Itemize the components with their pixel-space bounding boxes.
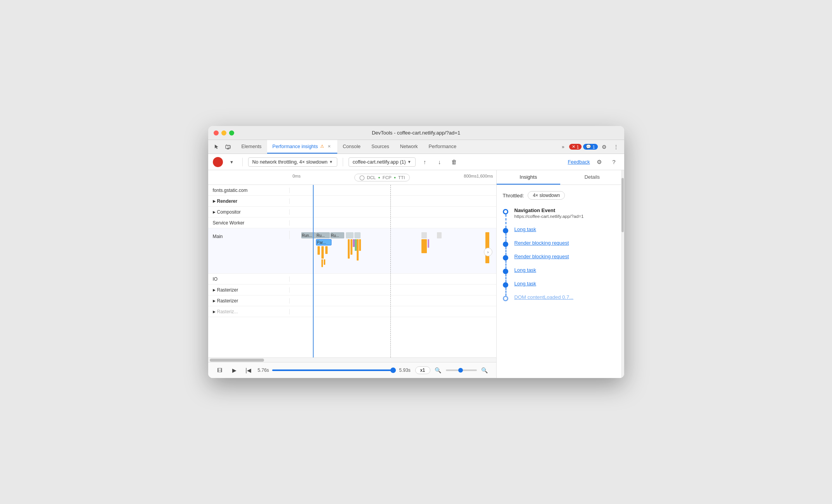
flame-yellow-2[interactable] bbox=[321, 246, 324, 259]
message-badge[interactable]: 💬 1 bbox=[583, 144, 597, 150]
time-slider[interactable] bbox=[272, 369, 396, 371]
zoom-value[interactable]: x1 bbox=[415, 366, 430, 374]
error-badge[interactable]: ✕ 1 bbox=[569, 144, 582, 150]
scrollbar-thumb[interactable] bbox=[210, 359, 264, 362]
flame-mid-4[interactable] bbox=[355, 239, 357, 251]
timeline-item-dom-content: DOM contentLoaded 0.7... bbox=[514, 294, 618, 300]
divider bbox=[242, 158, 243, 166]
device-icon[interactable] bbox=[223, 142, 233, 152]
settings-icon[interactable]: ⚙ bbox=[599, 142, 609, 152]
tab-performance-insights[interactable]: Performance insights ⚠ ✕ bbox=[267, 140, 337, 154]
tab-console[interactable]: Console bbox=[337, 140, 366, 154]
zoom-in-icon[interactable]: 🔍 bbox=[479, 365, 490, 376]
dom-content-link[interactable]: DOM contentLoaded 0.7... bbox=[514, 294, 573, 300]
upload-icon[interactable]: ↑ bbox=[419, 157, 430, 167]
tab-bar-right: » ✕ 1 💬 1 ⚙ ⋮ bbox=[558, 140, 621, 154]
flame-run-1[interactable]: Run... bbox=[301, 232, 316, 238]
track-label-rasterizer1[interactable]: ▶ Rasterizer bbox=[208, 287, 290, 293]
tab-close-icon[interactable]: ✕ bbox=[326, 144, 332, 149]
maximize-button[interactable] bbox=[229, 130, 234, 135]
throttle-label: Throttled: bbox=[503, 193, 524, 198]
right-panel-scrollbar[interactable] bbox=[621, 170, 624, 378]
tab-performance[interactable]: Performance bbox=[423, 140, 462, 154]
download-icon[interactable]: ↓ bbox=[434, 157, 445, 167]
target-dropdown[interactable]: coffee-cart.netlify.app (1) ▼ bbox=[349, 157, 416, 167]
play-button[interactable]: ▶ bbox=[230, 366, 239, 375]
tab-details[interactable]: Details bbox=[560, 170, 624, 185]
flame-right-4[interactable] bbox=[437, 232, 442, 238]
flame-mid-5[interactable] bbox=[357, 239, 359, 261]
divider2 bbox=[343, 158, 343, 166]
tab-insights[interactable]: Insights bbox=[497, 170, 561, 185]
track-content-main[interactable]: Run... Ru... Ru... Par... bbox=[290, 231, 496, 273]
flame-right-1[interactable] bbox=[421, 232, 427, 238]
track-row-rasterizer1: ▶ Rasterizer bbox=[208, 285, 496, 295]
right-panel-content[interactable]: Throttled: 4× slowdown Navigation Event … bbox=[497, 185, 624, 378]
flame-right-2[interactable] bbox=[421, 239, 427, 253]
record-dropdown-icon[interactable]: ▼ bbox=[227, 157, 237, 167]
cursor-icon[interactable] bbox=[211, 142, 221, 152]
flame-mid-6[interactable] bbox=[359, 239, 361, 251]
track-label-renderer[interactable]: ▶ Renderer bbox=[208, 198, 290, 204]
more-tabs-icon[interactable]: » bbox=[558, 142, 568, 152]
zoom-slider[interactable] bbox=[446, 369, 477, 371]
dcl-label: DCL bbox=[367, 175, 376, 180]
gear-icon[interactable]: ⚙ bbox=[594, 157, 605, 167]
delete-icon[interactable]: 🗑 bbox=[449, 157, 460, 167]
help-icon[interactable]: ? bbox=[609, 157, 620, 167]
screenshot-icon[interactable]: 🎞 bbox=[214, 365, 225, 376]
flame-run-3[interactable]: Ru... bbox=[330, 232, 344, 238]
flame-yellow-4[interactable] bbox=[321, 259, 323, 267]
insights-timeline: Navigation Event https://coffee-cart.net… bbox=[503, 207, 618, 308]
tab-sources[interactable]: Sources bbox=[366, 140, 395, 154]
timeline-line-1 bbox=[506, 233, 506, 242]
svg-rect-1 bbox=[227, 148, 229, 149]
chevron-down-icon2: ▼ bbox=[407, 160, 411, 164]
fcp-label: FCP bbox=[383, 175, 392, 180]
flame-mid-3[interactable] bbox=[353, 239, 355, 247]
flame-par[interactable]: Par... bbox=[316, 239, 331, 245]
close-button[interactable] bbox=[214, 130, 219, 135]
tracks-container[interactable]: fonts.gstatic.com ▶ Renderer ▶ bbox=[208, 185, 496, 357]
flame-yellow-3[interactable] bbox=[325, 246, 328, 254]
render-blocking-1-link[interactable]: Render blocking request bbox=[514, 240, 569, 246]
flame-right-3[interactable] bbox=[428, 239, 429, 248]
long-task-2-link[interactable]: Long task bbox=[514, 267, 536, 273]
timeline-line-4 bbox=[506, 274, 506, 282]
throttle-dropdown[interactable]: No network throttling, 4× slowdown ▼ bbox=[248, 157, 337, 167]
long-task-3-link[interactable]: Long task bbox=[514, 281, 536, 287]
tab-elements[interactable]: Elements bbox=[236, 140, 267, 154]
zoom-out-icon[interactable]: 🔍 bbox=[433, 365, 444, 376]
timeline-item-render-blocking-1: Render blocking request bbox=[514, 240, 618, 246]
timeline-dot-nav bbox=[503, 209, 508, 214]
long-task-1-link[interactable]: Long task bbox=[514, 226, 536, 232]
track-label-rasterizer3[interactable]: ▶ Rasteriz... bbox=[208, 309, 290, 314]
flame-mid-1[interactable] bbox=[348, 239, 350, 259]
expand-right-button[interactable]: › bbox=[484, 248, 492, 256]
flame-mid-2[interactable] bbox=[350, 239, 352, 255]
render-blocking-2-link[interactable]: Render blocking request bbox=[514, 254, 569, 259]
flame-block-2[interactable] bbox=[354, 232, 361, 238]
time-slider-thumb[interactable] bbox=[390, 368, 396, 373]
horizontal-scrollbar[interactable] bbox=[208, 357, 496, 362]
throttle-badge[interactable]: 4× slowdown bbox=[528, 191, 565, 200]
flame-yellow-1[interactable] bbox=[318, 246, 320, 255]
timeline-dot-4 bbox=[503, 269, 508, 274]
record-button[interactable] bbox=[213, 157, 223, 167]
skip-to-start-button[interactable]: |◀ bbox=[244, 366, 253, 375]
track-row-compositor: ▶ Compositor bbox=[208, 207, 496, 217]
zoom-thumb[interactable] bbox=[458, 368, 463, 373]
time-end: 5.93s bbox=[399, 368, 410, 373]
track-label-rasterizer2[interactable]: ▶ Rasterizer bbox=[208, 298, 290, 304]
more-options-icon[interactable]: ⋮ bbox=[611, 142, 621, 152]
timeline-item-long-task-2: Long task bbox=[514, 267, 618, 273]
tab-network[interactable]: Network bbox=[395, 140, 423, 154]
flame-block-1[interactable] bbox=[346, 232, 354, 238]
time-range: 5.76s 5.93s bbox=[258, 368, 411, 373]
flame-run-2[interactable]: Ru... bbox=[316, 232, 330, 238]
minimize-button[interactable] bbox=[221, 130, 226, 135]
track-label-compositor[interactable]: ▶ Compositor bbox=[208, 209, 290, 215]
feedback-link[interactable]: Feedback bbox=[568, 159, 590, 165]
right-scrollbar-thumb[interactable] bbox=[621, 178, 624, 232]
flame-yellow-5[interactable] bbox=[324, 259, 325, 265]
